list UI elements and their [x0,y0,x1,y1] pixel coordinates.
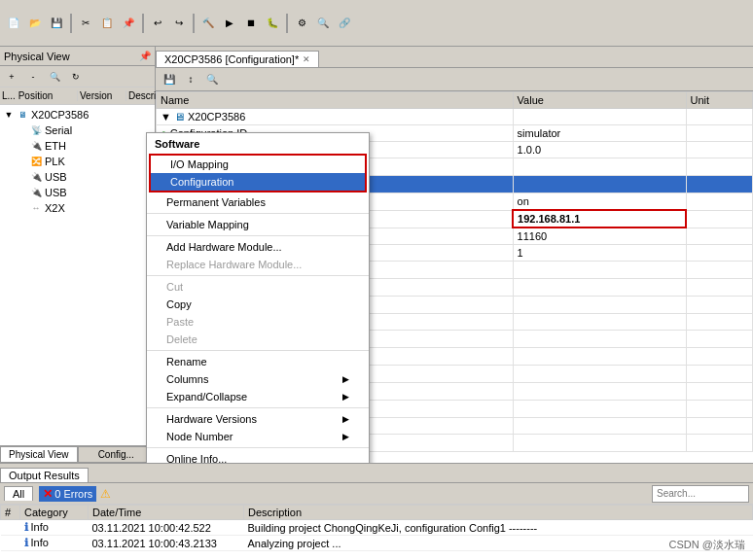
cut-button[interactable]: ✂ [76,14,95,33]
ctx-section-edit: Cut Copy Paste Delete [147,276,369,351]
run-button[interactable]: ▶ [220,14,239,33]
row-web-value [513,383,686,401]
row-activate-sim-unit [686,193,752,211]
save-button[interactable]: 💾 [47,14,66,33]
row-pl-unit [686,401,752,418]
info-icon-2: ℹ [24,537,28,548]
tab-close-icon[interactable]: ✕ [303,54,310,64]
copy-button[interactable]: 📋 [97,14,117,33]
tree-item-plk[interactable]: ▶ 🔀 PLK [2,154,153,169]
row-config-id-unit [686,125,752,142]
physical-view-tab-label: Physical View [9,449,69,460]
row-ip-unit [686,210,752,228]
row-file-value [513,348,686,366]
config-tab-main[interactable]: X20CP3586 [Configuration]* ✕ [156,51,319,67]
row-ina-value: 1 [513,245,686,262]
search-input[interactable] [652,485,749,503]
warning-icon: ⚠ [100,487,111,501]
ctx-replace-hardware[interactable]: Replace Hardware Module... [147,256,369,273]
pin-icon[interactable]: 📌 [139,51,151,61]
table-row: ℹ Info 03.11.2021 10:00:42.522 Building … [1,520,753,536]
tree-filter-button[interactable]: 🔍 [45,67,64,87]
col-location: L... Position [0,90,78,101]
connect-button[interactable]: 🔗 [335,14,354,33]
row-timing-value [513,314,686,331]
table-row-root: ▼ 🖥 X20CP3586 [157,109,753,125]
tree-label-usb1: USB [45,171,67,183]
ctx-io-mapping[interactable]: I/O Mapping [151,156,365,173]
ctx-rename[interactable]: Rename [147,353,369,370]
ctx-columns[interactable]: Columns [147,370,369,388]
config-filter-button[interactable]: 🔍 [202,70,222,89]
paste-button[interactable]: 📌 [119,14,138,33]
all-tab[interactable]: All [4,486,33,501]
config-save-button[interactable]: 💾 [160,70,179,89]
ctx-cut[interactable]: Cut [147,278,369,296]
physical-view-tab[interactable]: Physical View [0,446,78,463]
result-dt-1: 03.11.2021 10:00:42.522 [89,520,244,536]
row-params-unit [686,418,752,435]
expand-icon-root[interactable]: ▼ [4,110,14,120]
ctx-online-info[interactable]: Online Info... [147,450,369,463]
output-results-label: Output Results [9,470,80,481]
usb1-icon: 🔌 [29,170,43,184]
left-bottom-tabs: Physical View Config... [0,445,155,463]
redo-button[interactable]: ↪ [169,14,189,33]
stop-button[interactable]: ⏹ [241,14,261,33]
open-button[interactable]: 📂 [25,14,45,33]
ctx-copy[interactable]: Copy [147,296,369,313]
row-root-expand[interactable]: ▼ [161,111,171,122]
watermark: CSDN @淡水瑞 [669,538,745,552]
build-button[interactable]: 🔨 [198,14,218,33]
row-sim-unit [686,176,752,193]
toolbar-top: 📄 📂 💾 ✂ 📋 📌 ↩ ↪ 🔨 ▶ ⏹ 🐛 ⚙ 🔍 🔗 [0,0,753,47]
tree-collapse-button[interactable]: - [23,67,43,87]
tree-label-root: X20CP3586 [31,109,89,121]
tree-item-usb2[interactable]: ▶ 🔌 USB [2,185,153,200]
config-expand-button[interactable]: ↕ [181,70,200,89]
ctx-delete[interactable]: Delete [147,331,369,348]
usb2-icon: 🔌 [29,186,43,199]
tree-item-serial[interactable]: ▶ 📡 Serial [2,122,153,138]
plk-icon: 🔀 [29,155,43,168]
config-tab-label: X20CP3586 [Configuration]* [164,53,299,65]
settings-button[interactable]: ⚙ [292,14,311,33]
result-dt-2: 03.11.2021 10:00:43.2133 [89,536,244,551]
row-web-unit [686,383,752,401]
output-results-tab[interactable]: Output Results [0,468,89,482]
ctx-permanent-vars[interactable]: Permanent Variables [147,193,369,211]
tree-expand-button[interactable]: + [2,67,21,87]
new-button[interactable]: 📄 [4,14,23,33]
ctx-expand-collapse[interactable]: Expand/Collapse [147,388,369,405]
tree-item-eth[interactable]: ▶ 🔌 ETH [2,138,153,154]
zoom-button[interactable]: 🔍 [313,14,333,33]
ctx-node-number[interactable]: Node Number [147,428,369,445]
tree-item-usb1[interactable]: ▶ 🔌 USB [2,169,153,185]
separator-4 [286,14,288,33]
row-root-value [513,109,686,125]
ctx-add-hardware[interactable]: Add Hardware Module... [147,238,369,256]
row-ina-unit [686,245,752,262]
ctx-add-hardware-label: Add Hardware Module... [166,241,282,253]
ctx-configuration[interactable]: Configuration [151,173,365,191]
row-root-icon: 🖥 [174,111,185,122]
error-badge: ✕ 0 Errors [39,486,96,502]
tree-toolbar: + - 🔍 ↻ [0,66,155,88]
separator-1 [70,14,72,33]
tree-item-root[interactable]: ▼ 🖥 X20CP3586 [2,107,153,122]
ctx-hardware-versions[interactable]: Hardware Versions [147,410,369,428]
tree-refresh-button[interactable]: ↻ [66,67,86,87]
tree-label-usb2: USB [45,187,67,198]
row-sync-value [513,366,686,383]
undo-button[interactable]: ↩ [148,14,167,33]
toolbar-row-1: 📄 📂 💾 ✂ 📋 📌 ↩ ↪ 🔨 ▶ ⏹ 🐛 ⚙ 🔍 🔗 [4,14,354,33]
col-datetime-header: Date/Time [89,506,244,520]
debug-button[interactable]: 🐛 [263,14,282,33]
ctx-paste[interactable]: Paste [147,313,369,331]
ctx-cut-label: Cut [166,281,183,293]
physical-view-title: Physical View [4,51,70,62]
ctx-variable-mapping[interactable]: Variable Mapping [147,216,369,233]
expand-icon-usb1: ▶ [18,172,27,182]
config-tab[interactable]: Config... [78,446,156,463]
tree-item-x2x[interactable]: ▶ ↔ X2X [2,200,153,216]
